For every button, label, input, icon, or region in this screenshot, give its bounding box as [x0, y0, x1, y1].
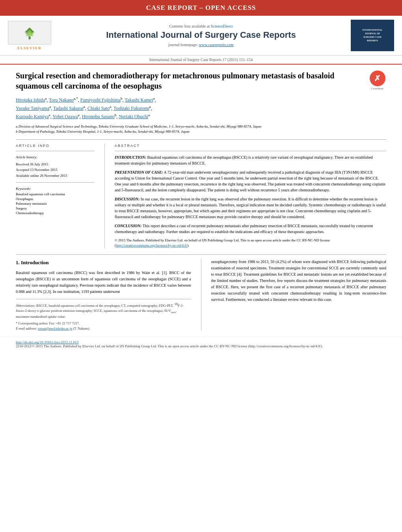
crossmark-label: CrossMark — [371, 87, 383, 90]
doi-line: International Journal of Surgery Case Re… — [0, 56, 402, 65]
title-section: Surgical resection and chemoradiotherapy… — [16, 70, 386, 91]
keyword-4: Surgery — [16, 206, 95, 210]
corresponding-author: * Corresponding author. Fax: +81 22 717 … — [16, 321, 191, 326]
section-divider-1 — [16, 139, 386, 140]
journal-homepage: journal homepage: www.casereports.com — [59, 43, 343, 47]
keyword-1: Basaloid squamous cell carcinoma — [16, 192, 95, 196]
affiliations: a Division of Advanced Surgical Science … — [16, 124, 386, 135]
footnotes: Abbreviations: BSCCE, basaloid squamous … — [16, 299, 191, 331]
abbreviations-text: BSCCE, basaloid squamous cell carcinoma … — [16, 304, 184, 319]
elsevier-tree-svg — [22, 26, 37, 40]
abbreviations-label: Abbreviations: — [16, 304, 36, 308]
body-col-left: 1. Introduction Basaloid squamous cell c… — [16, 259, 191, 331]
author-sato[interactable]: Chiaki Sato — [87, 106, 110, 111]
elsevier-label: ELSEVIER — [17, 46, 42, 50]
keywords-label: Keywords: — [16, 187, 95, 191]
body-col-divider — [201, 259, 201, 331]
article-content: Surgical resection and chemoradiotherapy… — [0, 65, 402, 337]
crossmark: ✗ CrossMark — [368, 70, 386, 90]
discussion-text: In our case, the recurrent lesion in the… — [115, 197, 386, 219]
col-divider — [104, 144, 105, 248]
abstract-conclusion: CONCLUSION: This report describes a case… — [115, 223, 386, 235]
intro-para-2: oesophagectomy from 1986 to 2013, 50 (4.… — [211, 259, 387, 303]
body-section: 1. Introduction Basaloid squamous cell c… — [16, 259, 386, 331]
accepted-date: Accepted 13 November 2015 — [16, 167, 95, 172]
intro-text: Basaloid squamous cell carcinoma of the … — [115, 155, 373, 165]
contents-line: Contents lists available at ScienceDirec… — [59, 24, 343, 28]
section-divider-2 — [16, 254, 386, 255]
journal-center: Contents lists available at ScienceDirec… — [51, 24, 351, 47]
footer-copyright: 2210-2612/© 2015 The Authors. Published … — [16, 344, 323, 348]
article-history: Article history: Received 26 July 2015 A… — [16, 154, 95, 179]
cc-license-link[interactable]: http://creativecommons.org/licenses/by-n… — [116, 243, 187, 247]
author-fukutomi[interactable]: Toshiaki Fukutomi — [114, 106, 149, 111]
abstract-header: ABSTRACT — [115, 144, 386, 148]
discussion-label: DISCUSSION: — [115, 197, 140, 201]
elsevier-logo-box — [8, 21, 51, 44]
journal-logo-inner: INTERNATIONALJOURNAL OFSURGERY CASEREPOR… — [363, 28, 383, 43]
col-abstract: ABSTRACT INTRODUCTION: Basaloid squamous… — [115, 144, 386, 248]
email-link[interactable]: torum@med.tohoku.ac.jp — [38, 326, 72, 330]
author-fujishima[interactable]: Fumiyoshi Fujishima — [80, 97, 121, 103]
journal-header: ELSEVIER Contents lists available at Sci… — [0, 16, 402, 56]
keyword-2: Oesophagus — [16, 197, 95, 201]
abstract-copyright: © 2015 The Authors. Published by Elsevie… — [115, 238, 386, 248]
doi-link[interactable]: http://dx.doi.org/10.1016/j.ijscr.2015.1… — [16, 340, 78, 344]
available-date: Available online 26 November 2015 — [16, 173, 95, 178]
top-banner: CASE REPORT – OPEN ACCESS — [0, 0, 402, 16]
intro-para-1: Basaloid squamous cell carcinoma (BSCC) … — [16, 270, 191, 295]
abbreviations: Abbreviations: BSCCE, basaloid squamous … — [16, 302, 191, 319]
keywords-section: Keywords: Basaloid squamous cell carcino… — [16, 187, 95, 215]
footer: http://dx.doi.org/10.1016/j.ijscr.2015.1… — [0, 337, 402, 351]
abstract-intro: INTRODUCTION: Basaloid squamous cell car… — [115, 154, 386, 166]
received-date: Received 26 July 2015 — [16, 161, 95, 167]
case-label: PRESENTATION OF CASE: — [115, 170, 163, 174]
sciencedirect-link[interactable]: ScienceDirect — [210, 24, 233, 28]
author-ishida[interactable]: Hirotaka Ishida — [16, 97, 45, 103]
intro-label: INTRODUCTION: — [115, 155, 146, 159]
author-ozawa[interactable]: Yohei Ozawa — [52, 114, 78, 119]
journal-logo-box: INTERNATIONALJOURNAL OFSURGERY CASEREPOR… — [351, 20, 394, 51]
abstract-case: PRESENTATION OF CASE: A 72-year-old man … — [115, 169, 386, 193]
author-kamiya[interactable]: Kuroudo Kamiya — [16, 114, 49, 119]
affiliation-b: b Department of Pathology, Tohoku Univer… — [16, 129, 386, 135]
email-line: E-mail address: torum@med.tohoku.ac.jp (… — [16, 326, 191, 331]
article-title: Surgical resection and chemoradiotherapy… — [16, 70, 363, 91]
author-taniyama[interactable]: Yusuke Taniyama — [16, 106, 49, 111]
article-info-header: ARTICLE INFO — [16, 144, 95, 148]
intro-section-title: 1. Introduction — [16, 259, 191, 267]
email-label: E-mail address: — [16, 326, 38, 330]
authors-line: Hirotaka Ishidaa, Toru Nakanoa,*, Fumiyo… — [16, 96, 386, 121]
author-sasano[interactable]: Hironobu Sasano — [82, 114, 115, 119]
col-article-info: ARTICLE INFO Article history: Received 2… — [16, 144, 95, 248]
journal-title: International Journal of Surgery Case Re… — [59, 30, 343, 40]
abstract-discussion: DISCUSSION: In our case, the recurrent l… — [115, 196, 386, 220]
crossmark-icon: ✗ — [370, 70, 385, 86]
keyword-3: Pulmonary metastasis — [16, 202, 95, 206]
homepage-url[interactable]: www.casereports.com — [199, 43, 233, 47]
body-col-right: oesophagectomy from 1986 to 2013, 50 (4.… — [211, 259, 387, 331]
article-info-abstract: ARTICLE INFO Article history: Received 2… — [16, 144, 386, 248]
author-kamei[interactable]: Takashi Kamei — [125, 97, 153, 103]
conclusion-label: CONCLUSION: — [115, 224, 141, 228]
banner-text: CASE REPORT – OPEN ACCESS — [146, 4, 256, 11]
keyword-5: Chemoradiotherapy — [16, 211, 95, 215]
svg-rect-0 — [29, 36, 31, 39]
elsevier-logo: ELSEVIER — [8, 21, 51, 50]
history-label: Article history: — [16, 154, 95, 160]
author-sakurai[interactable]: Tadashi Sakurai — [53, 106, 84, 111]
author-ohuchi[interactable]: Noriaki Ohuchi — [119, 114, 148, 119]
conclusion-text: This report describes a case of recurren… — [115, 224, 373, 234]
author-nakano[interactable]: Toru Nakano — [49, 97, 74, 103]
affiliation-a: a Division of Advanced Surgical Science … — [16, 124, 386, 130]
